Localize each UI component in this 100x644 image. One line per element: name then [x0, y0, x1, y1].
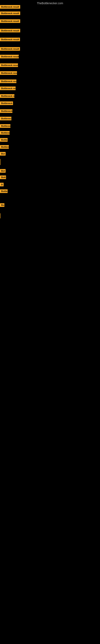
- bottleneck-result-badge-15: Bottleneck res: [0, 117, 11, 121]
- bottleneck-result-badge-10: Bottleneck result: [0, 80, 16, 84]
- bottleneck-result-badge-14: Bottleneck res: [0, 109, 12, 114]
- bottleneck-result-badge-6: Bottleneck result: [0, 47, 20, 52]
- bottleneck-result-badge-17: Bottleneck: [0, 131, 10, 136]
- bottleneck-result-badge-24: Bottle: [0, 190, 8, 194]
- bottleneck-result-badge-20: Bot: [0, 152, 6, 156]
- bottleneck-result-badge-18: Bottle: [0, 138, 8, 142]
- bottleneck-result-badge-13: Bottleneck res: [0, 102, 13, 106]
- vertical-line-2: [0, 213, 0, 218]
- bottleneck-result-badge-1: Bottleneck result: [0, 5, 20, 10]
- bottleneck-result-badge-7: Bottleneck result: [0, 55, 19, 59]
- bottleneck-result-badge-11: Bottleneck result: [0, 86, 16, 91]
- vertical-line-1: [0, 159, 0, 165]
- bottleneck-result-badge-2: Bottleneck result: [0, 12, 20, 16]
- bottleneck-result-badge-23: B: [0, 183, 3, 187]
- bottleneck-result-badge-3: Bottleneck result: [0, 19, 20, 24]
- bottleneck-result-badge-25: Bo: [0, 203, 4, 208]
- bottleneck-result-badge-16: Bottleneck re: [0, 124, 10, 128]
- bottleneck-result-badge-9: Bottleneck result: [0, 71, 17, 76]
- bottleneck-result-badge-4: Bottleneck result: [0, 29, 20, 33]
- bottleneck-result-badge-12: Bottleneck resul: [0, 94, 14, 98]
- bottleneck-result-badge-22: Bott: [0, 176, 6, 180]
- bottleneck-result-badge-5: Bottleneck result: [0, 38, 20, 42]
- bottleneck-result-badge-19: Bottlenec: [0, 145, 9, 150]
- bottleneck-result-badge-8: Bottleneck result: [0, 64, 18, 68]
- bottleneck-result-badge-21: Bot: [0, 169, 6, 174]
